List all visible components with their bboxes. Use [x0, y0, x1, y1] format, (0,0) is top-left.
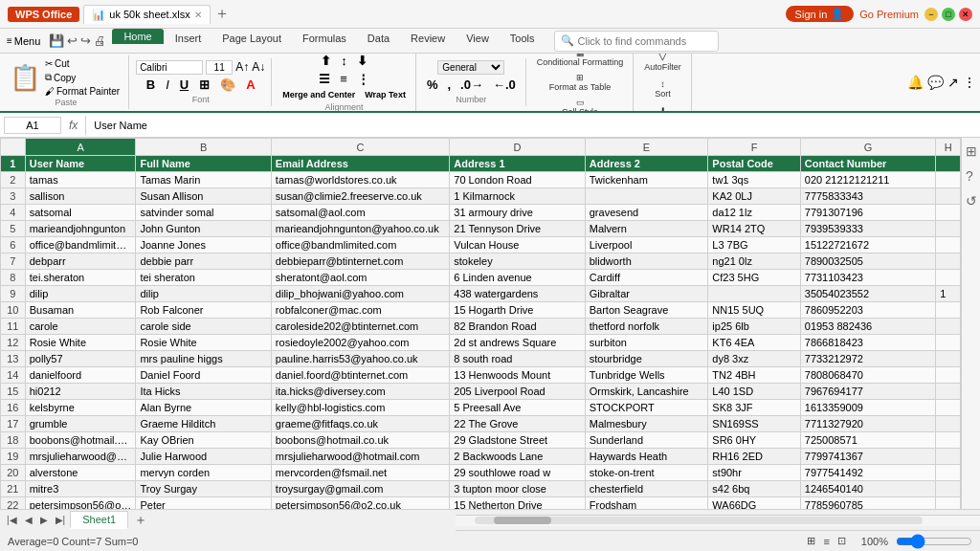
cell[interactable]: 7939539333 — [800, 221, 935, 237]
row-number[interactable]: 4 — [1, 205, 26, 221]
cell[interactable]: dy8 3xz — [708, 351, 800, 367]
cell[interactable]: 15 Hogarth Drive — [450, 302, 585, 319]
cell[interactable]: Address 1 — [450, 156, 585, 172]
cell[interactable]: debbie parr — [136, 253, 271, 270]
underline-button[interactable]: U — [176, 77, 192, 93]
cell[interactable]: office@bandmlimited.com — [25, 237, 136, 253]
cell[interactable]: alverstone — [25, 465, 136, 481]
layout-icon-3[interactable]: ⊡ — [837, 535, 846, 547]
add-tab-button[interactable]: ＋ — [214, 4, 230, 24]
row-number[interactable]: 19 — [1, 449, 26, 465]
cell[interactable]: 7791307196 — [800, 205, 935, 221]
row-number[interactable]: 9 — [1, 286, 26, 302]
cell-style-button[interactable]: ▭ Cell Style — [558, 96, 602, 113]
cell[interactable]: SK8 3JF — [708, 400, 800, 416]
row-number[interactable]: 15 — [1, 384, 26, 400]
paste-button[interactable]: 📋 — [10, 65, 40, 90]
format-as-table-button[interactable]: ⊞ Format as Table — [546, 71, 614, 94]
col-header-H[interactable]: H — [936, 139, 961, 156]
increase-decimal-button[interactable]: .0→ — [457, 77, 487, 93]
right-panel-icon-3[interactable]: ↺ — [964, 191, 978, 210]
cell[interactable]: RH16 2ED — [708, 449, 800, 465]
cell[interactable]: 70 London Road — [450, 172, 585, 188]
cell-reference-box[interactable] — [4, 117, 61, 134]
cell[interactable]: rosiedoyle2002@yahoo.com — [271, 335, 449, 351]
cell[interactable]: mrsjulieharwood@hotmail.c — [25, 449, 136, 465]
cell[interactable] — [936, 156, 961, 172]
percent-button[interactable]: % — [423, 77, 442, 93]
more-options-icon[interactable]: ⋮ — [963, 75, 976, 90]
row-number[interactable]: 10 — [1, 302, 26, 319]
cell[interactable]: tei sheraton — [136, 270, 271, 286]
cell[interactable]: Twickenham — [585, 172, 708, 188]
cell[interactable]: marieandjohngunton — [25, 221, 136, 237]
cell[interactable]: stourbridge — [585, 351, 708, 367]
cell[interactable]: petersimpson56@o2.co.uk — [271, 497, 449, 510]
cell[interactable]: Malmesbury — [585, 416, 708, 432]
cell[interactable]: graeme@fitfaqs.co.uk — [271, 416, 449, 432]
cell[interactable]: boobons@hotmail.co.uk — [25, 432, 136, 449]
fill-color-button[interactable]: 🎨 — [216, 77, 239, 93]
cell[interactable]: Address 2 — [585, 156, 708, 172]
cell[interactable] — [936, 270, 961, 286]
cell[interactable]: Vulcan House — [450, 237, 585, 253]
number-format-select[interactable]: General Number Currency Date Text — [437, 60, 504, 75]
cell[interactable]: John Gunton — [136, 221, 271, 237]
cell[interactable]: 8 south road — [450, 351, 585, 367]
conditional-formatting-button[interactable]: ▦ Conditional Formatting — [533, 54, 628, 69]
cell[interactable]: Susan Allison — [136, 188, 271, 205]
cell[interactable]: 6 Linden avenue — [450, 270, 585, 286]
cell[interactable]: kelsbyrne — [25, 400, 136, 416]
command-search-box[interactable]: 🔍 — [554, 31, 719, 52]
cell[interactable] — [936, 481, 961, 497]
cell[interactable]: WR14 2TQ — [708, 221, 800, 237]
undo-icon[interactable]: ↩ — [67, 33, 78, 48]
cell[interactable]: Rosie White — [136, 335, 271, 351]
cell[interactable]: Graeme Hilditch — [136, 416, 271, 432]
cell[interactable]: Contact Number — [800, 156, 935, 172]
cell[interactable]: thetford norfolk — [585, 319, 708, 335]
cell[interactable] — [585, 188, 708, 205]
cell[interactable]: pauline.harris53@yahoo.co.uk — [271, 351, 449, 367]
font-grow-icon[interactable]: A↑ — [235, 60, 249, 75]
cell[interactable]: 7733212972 — [800, 351, 935, 367]
cell[interactable]: Troy Surgay — [136, 481, 271, 497]
cell[interactable] — [936, 237, 961, 253]
cell[interactable]: satsomal@aol.com — [271, 205, 449, 221]
col-header-G[interactable]: G — [800, 139, 935, 156]
cell[interactable]: 5 Preesall Ave — [450, 400, 585, 416]
cell[interactable]: 725008571 — [800, 432, 935, 449]
row-number[interactable]: 5 — [1, 221, 26, 237]
comment-icon[interactable]: 💬 — [927, 75, 944, 90]
cell[interactable]: L3 7BG — [708, 237, 800, 253]
cell[interactable]: susan@climie2.freeserve.co.uk — [271, 188, 449, 205]
cell[interactable]: 1512272167​2 — [800, 237, 935, 253]
cell[interactable]: debbieparr@btinternet.com — [271, 253, 449, 270]
cell[interactable]: da12 1lz — [708, 205, 800, 221]
cell[interactable]: Cardiff — [585, 270, 708, 286]
cell[interactable] — [936, 497, 961, 510]
cell[interactable] — [936, 384, 961, 400]
cell[interactable]: 2d st andrews Square — [450, 335, 585, 351]
cell[interactable]: 7731103423 — [800, 270, 935, 286]
cell[interactable]: TN2 4BH — [708, 367, 800, 384]
tab-home[interactable]: Home — [112, 29, 163, 44]
row-number[interactable]: 18 — [1, 432, 26, 449]
row-number[interactable]: 8 — [1, 270, 26, 286]
cell[interactable]: marieandjohngunton@yahoo.co.uk — [271, 221, 449, 237]
row-number[interactable]: 17 — [1, 416, 26, 432]
cell[interactable]: sheratont@aol.com — [271, 270, 449, 286]
cell[interactable]: 020 21212121211 — [800, 172, 935, 188]
cell[interactable] — [936, 221, 961, 237]
sheet-tab-sheet1[interactable]: Sheet1 — [70, 511, 128, 529]
cell[interactable]: KT6 4EA — [708, 335, 800, 351]
close-tab-icon[interactable]: ✕ — [194, 10, 202, 20]
cell[interactable]: mitre3 — [25, 481, 136, 497]
row-number[interactable]: 22 — [1, 497, 26, 510]
cell[interactable]: grumble — [25, 416, 136, 432]
cell[interactable]: L40 1SD — [708, 384, 800, 400]
redo-icon[interactable]: ↪ — [80, 33, 91, 48]
cell[interactable]: 205 Liverpool Road — [450, 384, 585, 400]
cell[interactable]: Postal Code — [708, 156, 800, 172]
cell[interactable]: Kay OBrien — [136, 432, 271, 449]
